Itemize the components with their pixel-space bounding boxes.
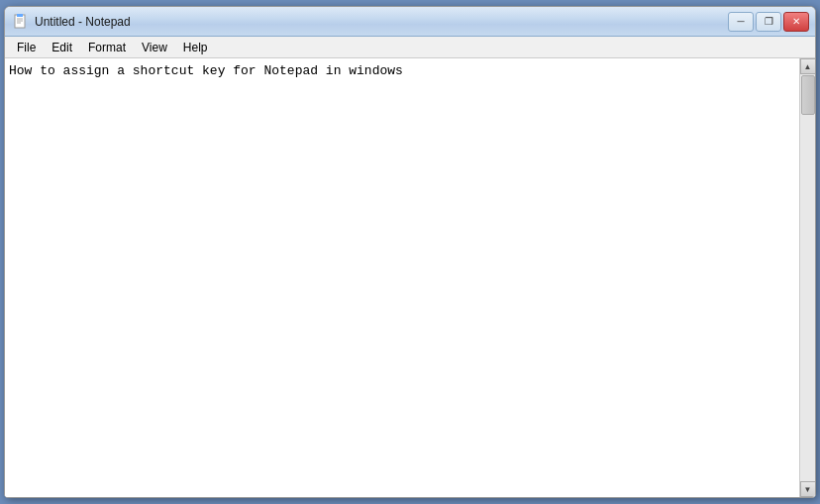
minimize-button[interactable]: ─ [728, 12, 754, 32]
scrollbar-thumb[interactable] [801, 75, 815, 115]
notepad-window: Untitled - Notepad ─ ❐ ✕ File Edit Forma… [4, 6, 816, 498]
window-title: Untitled - Notepad [35, 15, 131, 29]
svg-rect-1 [17, 14, 23, 17]
editor-area: ▲ ▼ [5, 58, 815, 497]
menu-item-file[interactable]: File [9, 39, 44, 56]
title-bar-left: Untitled - Notepad [13, 14, 131, 30]
text-editor[interactable] [5, 58, 799, 497]
scroll-down-button[interactable]: ▼ [800, 481, 816, 497]
vertical-scrollbar: ▲ ▼ [799, 58, 815, 497]
menu-bar: File Edit Format View Help [5, 37, 815, 58]
menu-item-format[interactable]: Format [80, 39, 134, 56]
notepad-icon [13, 14, 29, 30]
title-bar: Untitled - Notepad ─ ❐ ✕ [5, 7, 815, 37]
close-button[interactable]: ✕ [783, 12, 809, 32]
menu-item-help[interactable]: Help [175, 39, 216, 56]
scrollbar-track[interactable] [800, 74, 815, 481]
scroll-up-button[interactable]: ▲ [800, 58, 816, 74]
menu-item-view[interactable]: View [134, 39, 175, 56]
menu-item-edit[interactable]: Edit [44, 39, 80, 56]
title-controls: ─ ❐ ✕ [728, 12, 809, 32]
restore-button[interactable]: ❐ [756, 12, 781, 32]
